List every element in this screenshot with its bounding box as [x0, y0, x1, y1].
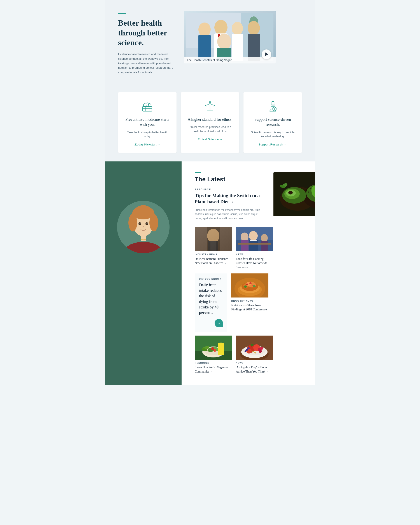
news-link-apple[interactable]: 'An Apple a Day' is Better Advice Than Y…: [236, 366, 269, 373]
svg-point-32: [209, 103, 210, 104]
card-link-ethics[interactable]: Ethical Science: [198, 138, 222, 141]
news-grid: INDUSTRY NEWS Dr. Neal Barnard Publishes…: [182, 227, 315, 385]
news-img-barnard: [195, 227, 232, 251]
apple-img-svg: [236, 336, 273, 360]
avocado-toast-image: [273, 172, 315, 216]
hero-text: Better health through better science. Ev…: [118, 11, 175, 75]
news-tag-nutritionists: INDUSTRY NEWS: [231, 300, 268, 302]
latest-accent: [195, 172, 201, 173]
doctor-group-svg: [186, 13, 273, 61]
svg-point-104: [244, 285, 247, 288]
hero-section: Better health through better science. Ev…: [105, 0, 315, 84]
svg-point-113: [214, 349, 216, 352]
svg-line-31: [210, 104, 214, 105]
featured-article-link[interactable]: Tips for Making the Switch to a Plant-ba…: [195, 193, 260, 205]
card-title-research: Support science-driven research.: [249, 117, 296, 127]
news-card-apple: NEWS 'An Apple a Day' is Better Advice T…: [236, 336, 273, 374]
card-link-preventive[interactable]: 21-day Kickstart: [135, 143, 160, 146]
hero-accent-bar: [118, 13, 126, 14]
news-title-nutritionists: Nutritionists Share New Findings at 2018…: [231, 303, 268, 316]
content-right: The Latest RESOURCE Tips for Making the …: [182, 161, 315, 385]
svg-point-71: [306, 189, 307, 190]
svg-point-53: [132, 206, 154, 219]
barnard-img-svg: [195, 227, 232, 251]
featured-resource-tag: RESOURCE: [195, 188, 265, 191]
svg-point-105: [253, 285, 256, 287]
news-tag-barnard: INDUSTRY NEWS: [195, 253, 232, 256]
svg-point-10: [232, 22, 243, 35]
svg-point-129: [247, 347, 250, 349]
news-title-cooking: Food for Life Cooking Classes Have Natio…: [236, 257, 273, 270]
svg-point-60: [288, 191, 293, 195]
cooking-img-svg: [236, 227, 273, 251]
hero-title: Better health through better science.: [118, 18, 175, 48]
news-card-nutritionists: INDUSTRY NEWS Nutritionists Share New Fi…: [231, 273, 268, 332]
news-title-apple: 'An Apple a Day' is Better Advice Than Y…: [236, 366, 273, 374]
scales-icon: [204, 100, 216, 113]
page-wrapper: Better health through better science. Ev…: [105, 0, 315, 385]
svg-point-86: [249, 231, 258, 241]
vegan-img-svg: [195, 336, 232, 360]
news-link-nutritionists[interactable]: Nutritionists Share New Findings at 2018…: [231, 304, 267, 315]
svg-point-12: [248, 21, 260, 35]
news-link-cooking[interactable]: Food for Life Cooking Classes Have Natio…: [236, 257, 267, 269]
person-circle-img: [117, 201, 169, 253]
card-desc-ethics: Ethical research practices lead to a hea…: [186, 125, 234, 134]
dyk-arrow-icon: →: [217, 321, 221, 326]
svg-point-102: [249, 282, 252, 284]
svg-point-5: [198, 23, 211, 37]
svg-point-130: [244, 350, 246, 352]
feature-cards: Preventitive medicine starts with you. T…: [105, 84, 315, 161]
dyk-arrow-button[interactable]: →: [215, 319, 223, 327]
hero-video-placeholder: The Health Benefits of Going Vegan: [184, 11, 276, 64]
feature-card-ethics: A higher standard for ethics. Ethical re…: [181, 92, 239, 153]
microscope-icon: [266, 100, 279, 113]
svg-rect-18: [143, 106, 152, 111]
news-card-barnard: INDUSTRY NEWS Dr. Neal Barnard Publishes…: [195, 227, 232, 270]
featured-article-title: Tips for Making the Switch to a Plant-ba…: [195, 193, 265, 205]
news-card-vegan: RESOURCE Learn How to Go Vegan as Commun…: [195, 336, 232, 374]
news-img-apple: [236, 336, 273, 360]
card-title-ethics: A higher standard for ethics.: [188, 117, 232, 122]
svg-rect-85: [241, 240, 249, 251]
news-link-barnard[interactable]: Dr. Neal Barnard Publishes New Book on D…: [195, 257, 228, 265]
svg-rect-90: [238, 243, 271, 244]
svg-point-49: [140, 223, 140, 224]
svg-point-50: [147, 223, 148, 224]
svg-point-72: [308, 191, 309, 193]
news-card-cooking: NEWS Food for Life Cooking Classes Have …: [236, 227, 273, 270]
svg-point-84: [241, 233, 249, 241]
latest-left: The Latest RESOURCE Tips for Making the …: [195, 172, 265, 221]
play-button[interactable]: [262, 49, 271, 59]
vegetables-icon: [141, 100, 154, 113]
latest-inner: The Latest RESOURCE Tips for Making the …: [182, 161, 315, 227]
sections-with-sidebar: The Latest RESOURCE Tips for Making the …: [105, 161, 315, 385]
featured-article-image: [273, 172, 315, 216]
svg-point-115: [218, 343, 224, 346]
person-circle-wrap: [117, 201, 169, 253]
news-link-vegan[interactable]: Learn How to Go Vegan as Community: [195, 366, 228, 373]
svg-point-101: [246, 283, 248, 285]
hero-description: Evidence-based research and the latest s…: [118, 52, 175, 75]
feature-card-preventive: Preventitive medicine starts with you. T…: [118, 92, 177, 153]
svg-point-14: [217, 34, 231, 49]
svg-point-127: [259, 350, 262, 353]
news-title-vegan: Learn How to Go Vegan as Community: [195, 366, 232, 374]
hero-video: The Health Benefits of Going Vegan: [184, 11, 276, 64]
news-tag-vegan: RESOURCE: [195, 362, 232, 364]
play-icon: [265, 53, 268, 56]
avocado-svg: [273, 172, 315, 216]
person-portrait-svg: [117, 201, 169, 253]
card-link-research[interactable]: Support Research: [259, 143, 287, 146]
latest-title: The Latest: [195, 176, 265, 183]
news-card-did-you-know: DID YOU KNOW? Daily fruit intake reduces…: [195, 273, 227, 332]
svg-line-30: [206, 104, 210, 105]
card-desc-preventive: Take the first step to better health tod…: [124, 130, 171, 139]
video-caption: The Health Benefits of Going Vegan: [184, 57, 276, 64]
svg-rect-81: [195, 227, 232, 251]
dyk-text: Daily fruit intake reduces the risk of d…: [199, 282, 223, 315]
news-tag-apple: NEWS: [236, 362, 273, 364]
svg-point-73: [310, 188, 311, 189]
featured-article-desc: Fusce non fermentum mi. Praesent vel lob…: [195, 208, 265, 221]
svg-rect-41: [272, 102, 274, 102]
